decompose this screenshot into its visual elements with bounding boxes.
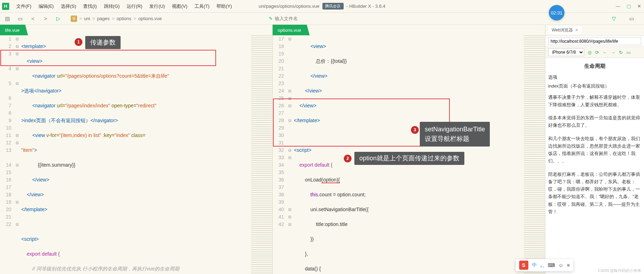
browser-tab[interactable]: Web浏览器 ✕ bbox=[548, 26, 582, 34]
menu-bar: H 文件(F) 编辑(E) 选择(S) 查找(I) 跳转(G) 运行(R) 发行… bbox=[0, 0, 644, 13]
fold-gutter-right: ⊟⊟⊟⊟⊟⊟⊟⊟⊟⊟ bbox=[287, 35, 292, 274]
menu-find[interactable]: 查找(I) bbox=[80, 2, 100, 11]
menu-view[interactable]: 视图(V) bbox=[168, 2, 191, 11]
preview-item: 很多本来觉得丑的东西一旦知道是贵的就觉得好像也不那么丑了。 bbox=[545, 112, 644, 132]
project-icon: U bbox=[71, 16, 77, 22]
url-input[interactable] bbox=[548, 37, 641, 45]
menu-tools[interactable]: 工具(T) bbox=[191, 2, 213, 11]
keyboard-icon[interactable]: ⌨ bbox=[548, 262, 555, 268]
tencent-meeting-badge: 腾讯会议 bbox=[322, 3, 343, 10]
menu-goto[interactable]: 跳转(G) bbox=[100, 2, 123, 11]
menu-file[interactable]: 文件(F) bbox=[13, 2, 35, 11]
editor-pane-left: life.vue 123 4 5 678910111213 1415161718… bbox=[0, 25, 273, 274]
menu-release[interactable]: 发行(U) bbox=[146, 2, 168, 11]
preview-icon[interactable]: ▭ bbox=[628, 15, 636, 23]
breadcrumb-item[interactable]: pages bbox=[97, 16, 110, 21]
close-icon[interactable]: ✕ bbox=[575, 28, 578, 32]
explorer-icon[interactable]: ▤ bbox=[4, 15, 11, 23]
filter-icon[interactable]: ▽ bbox=[610, 15, 618, 23]
forward-icon[interactable]: → bbox=[611, 50, 615, 55]
preview-content[interactable]: 生命周期 选项 index页面（不会有返回按钮） 遇事不决量子力学，解释不通穿越… bbox=[545, 58, 644, 274]
back-icon[interactable]: ← bbox=[603, 50, 607, 55]
fold-gutter: ⊟⊟⊟⊟⊟⊟⊟⊟⊟⊟ bbox=[14, 35, 20, 274]
close-icon[interactable]: ✕ bbox=[637, 4, 641, 9]
tab-options-vue[interactable]: options.vue bbox=[273, 25, 310, 35]
run-icon[interactable]: ▷ bbox=[54, 15, 62, 23]
breadcrumb: U > uni > pages > options > options.vue bbox=[71, 16, 162, 22]
ime-menu-icon[interactable]: ≡ bbox=[567, 262, 570, 268]
pencil-icon: ✎ bbox=[269, 16, 273, 21]
badge-3: 3 bbox=[411, 126, 419, 134]
timer-badge: 02:31 bbox=[549, 5, 564, 20]
toolbar: ▤ ▭ < > ▷ U > uni > pages > options > op… bbox=[0, 13, 644, 25]
badge-1: 1 bbox=[75, 38, 82, 46]
window-controls: — ▢ ✕ bbox=[616, 4, 641, 9]
ime-lang[interactable]: 中 bbox=[532, 262, 537, 268]
line-gutter: 123 4 5 678910111213 141516171819202122 bbox=[0, 35, 14, 274]
ime-bar[interactable]: S 中 ｡, ⌨ ☺ ≡ bbox=[516, 259, 573, 271]
sogou-icon[interactable]: S bbox=[519, 261, 528, 270]
forward-icon[interactable]: > bbox=[42, 15, 50, 23]
filename-search[interactable]: ✎ bbox=[269, 16, 346, 21]
preview-item: 遇事不决量子力学，解释不通穿越时空，体重下降很难想像，人要没钱想死都难。 bbox=[545, 91, 644, 112]
tooltip-3: setNavigationBarTitle设置导航栏标题 bbox=[420, 122, 490, 147]
devtools-icon[interactable]: ▭ bbox=[626, 50, 631, 55]
tooltip-1: 传递参数 bbox=[85, 36, 121, 49]
tab-life-vue[interactable]: life.vue bbox=[0, 25, 28, 35]
menu-help[interactable]: 帮助(Y) bbox=[213, 2, 235, 11]
tooltip-2: option就是上个页面传递过来的参数 bbox=[354, 152, 464, 165]
back-icon[interactable]: < bbox=[29, 15, 37, 23]
minimap-right[interactable] bbox=[524, 35, 545, 274]
preview-link[interactable]: 选项 bbox=[545, 73, 644, 82]
minimize-icon[interactable]: — bbox=[616, 4, 620, 9]
breadcrumb-item[interactable]: uni bbox=[84, 16, 90, 21]
terminal-icon[interactable]: ▭ bbox=[16, 15, 24, 23]
maximize-icon[interactable]: ▢ bbox=[627, 4, 631, 9]
preview-item: 和几个朋友一块去吃饭，有个朋友尿急，我们边找厕所边找饭店，忽然那货大踏步走进一家… bbox=[545, 132, 644, 168]
device-select[interactable]: iPhone 6/7/8 bbox=[548, 48, 584, 56]
ime-punct[interactable]: ｡, bbox=[540, 262, 544, 268]
target-icon[interactable]: ◎ bbox=[588, 50, 592, 55]
breadcrumb-item[interactable]: options.vue bbox=[138, 16, 162, 21]
rotate-icon[interactable]: ⟳ bbox=[595, 50, 599, 55]
emoji-icon[interactable]: ☺ bbox=[558, 262, 563, 268]
filename-input[interactable] bbox=[275, 16, 346, 21]
editor-pane-right: options.vue 1718192021222324252627282930… bbox=[273, 25, 545, 274]
line-gutter-right: 1718192021222324252627282930313233343536… bbox=[273, 35, 287, 274]
window-title: uni/pages/options/options.vue 腾讯会议 - HBu… bbox=[259, 3, 385, 10]
preview-link[interactable]: index页面（不会有返回按钮） bbox=[545, 82, 644, 91]
app-logo: H bbox=[2, 3, 9, 10]
web-browser-panel: Web浏览器 ✕ iPhone 6/7/8 ◎ ⟳ ← → ↻ ▭ 生命周期 bbox=[545, 25, 644, 274]
refresh-icon[interactable]: ↻ bbox=[619, 50, 623, 55]
minimap-left[interactable] bbox=[251, 35, 272, 274]
code-editor-right[interactable]: 1718192021222324252627282930313233343536… bbox=[273, 35, 545, 274]
menu-select[interactable]: 选择(S) bbox=[57, 2, 80, 11]
preview-title: 生命周期 bbox=[545, 58, 644, 73]
badge-2: 2 bbox=[344, 155, 352, 162]
watermark: CSDN @敲代码的小吉米 bbox=[598, 268, 641, 273]
preview-item: 陪老板打麻将，老板说：公司的事儿都万事俱备了吧？我：嗯，都弄好了，东风。老板：哎… bbox=[545, 168, 644, 219]
menu-edit[interactable]: 编辑(E) bbox=[35, 2, 57, 11]
code-editor-left[interactable]: 123 4 5 678910111213 141516171819202122 … bbox=[0, 35, 272, 274]
breadcrumb-item[interactable]: options bbox=[117, 16, 132, 21]
menu-run[interactable]: 运行(R) bbox=[123, 2, 146, 11]
